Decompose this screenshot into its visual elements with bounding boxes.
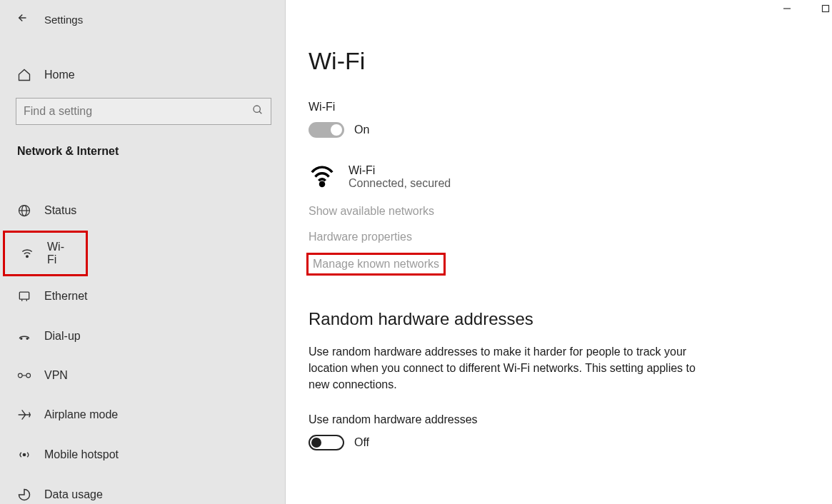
search-icon	[252, 104, 264, 119]
maximize-button[interactable]	[819, 4, 832, 13]
sidebar-item-airplane[interactable]: Airplane mode	[0, 395, 285, 435]
category-title: Network & Internet	[0, 125, 285, 171]
connection-state: Connected, secured	[349, 177, 451, 190]
ethernet-icon	[17, 289, 31, 303]
dialup-icon	[17, 329, 31, 343]
wifi-icon	[20, 246, 34, 261]
page-title: Wi-Fi	[309, 47, 809, 75]
search-input[interactable]	[24, 105, 252, 118]
svg-point-11	[26, 338, 28, 339]
sidebar-home[interactable]: Home	[0, 59, 285, 91]
svg-point-10	[21, 338, 22, 339]
globe-icon	[17, 203, 31, 218]
svg-rect-17	[823, 6, 829, 12]
home-label: Home	[44, 69, 75, 81]
wifi-label: Wi-Fi	[309, 101, 809, 114]
random-toggle-state: Off	[354, 436, 369, 449]
sidebar-item-dialup[interactable]: Dial-up	[0, 316, 285, 356]
sidebar-item-label: Wi-Fi	[47, 241, 71, 266]
svg-point-15	[23, 453, 25, 455]
airplane-icon	[17, 408, 31, 422]
window-title: Settings	[44, 14, 83, 26]
sidebar-header: Settings	[0, 0, 285, 34]
link-hardware-properties[interactable]: Hardware properties	[309, 231, 412, 243]
svg-point-18	[320, 182, 324, 186]
connection-name: Wi-Fi	[349, 164, 451, 177]
wifi-signal-icon	[309, 162, 336, 192]
sidebar: Settings Home Network & Internet Status …	[0, 0, 286, 504]
svg-point-12	[18, 373, 22, 378]
sidebar-item-label: Ethernet	[44, 290, 87, 303]
svg-point-1	[254, 106, 260, 112]
sidebar-item-label: Status	[44, 204, 76, 217]
svg-point-6	[26, 256, 29, 258]
sidebar-item-vpn[interactable]: VPN	[0, 356, 285, 395]
wifi-toggle-state: On	[354, 124, 369, 136]
wifi-toggle[interactable]	[309, 122, 344, 138]
sidebar-item-label: VPN	[44, 369, 68, 382]
random-addresses-heading: Random hardware addresses	[309, 309, 809, 329]
sidebar-item-ethernet[interactable]: Ethernet	[0, 276, 285, 316]
search-box[interactable]	[16, 98, 271, 125]
random-toggle-row: Off	[309, 435, 809, 450]
link-show-available-networks[interactable]: Show available networks	[309, 205, 434, 218]
wifi-status-text: Wi-Fi Connected, secured	[349, 164, 451, 190]
wifi-connection-row[interactable]: Wi-Fi Connected, secured	[309, 162, 809, 192]
search-wrap	[0, 91, 285, 125]
main-content: Wi-Fi Wi-Fi On Wi-Fi Connected, secured …	[286, 0, 832, 504]
sidebar-item-label: Mobile hotspot	[44, 448, 119, 461]
svg-rect-7	[19, 292, 29, 299]
random-addresses-description: Use random hardware addresses to make it…	[309, 343, 708, 393]
hotspot-icon	[17, 448, 31, 462]
back-button[interactable]	[14, 11, 27, 28]
sidebar-item-wifi[interactable]: Wi-Fi	[3, 231, 88, 276]
sidebar-item-label: Data usage	[44, 488, 103, 501]
minimize-button[interactable]	[781, 4, 793, 13]
window-controls	[781, 4, 832, 13]
svg-point-13	[26, 373, 31, 378]
random-addresses-toggle[interactable]	[309, 435, 344, 450]
sidebar-item-data-usage[interactable]: Data usage	[0, 475, 285, 504]
vpn-icon	[17, 370, 31, 381]
wifi-toggle-row: On	[309, 122, 809, 138]
data-icon	[17, 488, 31, 502]
nav-list: Status Wi-Fi Ethernet Dial-up VPN	[0, 191, 285, 504]
random-toggle-label: Use random hardware addresses	[309, 413, 809, 426]
svg-line-2	[259, 111, 261, 114]
home-icon	[17, 68, 31, 82]
sidebar-item-label: Dial-up	[44, 330, 81, 343]
sidebar-item-label: Airplane mode	[44, 408, 118, 421]
sidebar-item-status[interactable]: Status	[0, 191, 285, 231]
link-manage-known-networks[interactable]: Manage known networks	[309, 255, 443, 273]
sidebar-item-hotspot[interactable]: Mobile hotspot	[0, 435, 285, 475]
